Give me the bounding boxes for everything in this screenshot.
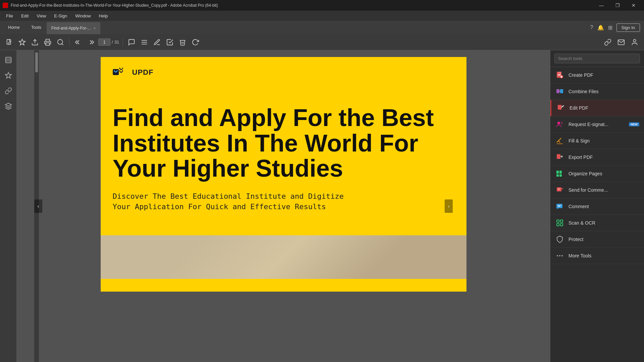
tab-home[interactable]: Home xyxy=(3,21,25,34)
tab-tools[interactable]: Tools xyxy=(26,21,47,34)
comment-label: Comment xyxy=(568,204,639,209)
sign-button[interactable] xyxy=(164,37,175,48)
maximize-button[interactable]: ❐ xyxy=(610,0,625,11)
tab-close-button[interactable]: × xyxy=(93,26,95,30)
delete-button[interactable] xyxy=(177,37,188,48)
comment-icon xyxy=(555,202,564,211)
page-number-input[interactable]: 1 xyxy=(98,39,110,46)
refresh-button[interactable] xyxy=(190,37,201,48)
scrollbar-thumb[interactable] xyxy=(35,52,38,72)
prev-page-button[interactable] xyxy=(73,37,84,48)
sign-in-button[interactable]: Sign In xyxy=(616,23,640,32)
protect-icon xyxy=(555,235,564,244)
create-pdf-label: Create PDF xyxy=(568,72,639,78)
menu-edit[interactable]: Edit xyxy=(18,12,32,20)
request-esign-icon xyxy=(555,120,564,129)
tool-protect[interactable]: Protect xyxy=(550,231,644,248)
svg-rect-25 xyxy=(556,89,559,93)
svg-rect-5 xyxy=(46,43,50,45)
tool-create-pdf[interactable]: Create PDF xyxy=(550,67,644,83)
notification-icon[interactable]: 🔔 xyxy=(597,24,604,31)
menu-help[interactable]: Help xyxy=(96,12,111,20)
svg-point-44 xyxy=(559,255,560,256)
pdf-main-content: Find and Apply For the Best Institutes I… xyxy=(101,85,466,235)
svg-rect-35 xyxy=(557,187,561,191)
svg-rect-12 xyxy=(5,57,11,63)
titlebar: Find-and-Apply-For-the-Best-Institutes-I… xyxy=(0,0,644,11)
svg-rect-36 xyxy=(556,204,562,208)
search-tools-input[interactable] xyxy=(554,54,640,63)
combine-files-icon xyxy=(555,87,564,96)
svg-rect-39 xyxy=(557,220,559,222)
svg-point-28 xyxy=(557,122,560,124)
comment-button[interactable] xyxy=(126,37,137,48)
more-tools-label: More Tools xyxy=(568,253,639,258)
new-doc-button[interactable] xyxy=(4,37,15,48)
fill-sign-label: Fill & Sign xyxy=(568,138,639,143)
menu-esign[interactable]: E-Sign xyxy=(51,12,70,20)
organize-pages-icon xyxy=(555,169,564,178)
scan-ocr-icon xyxy=(555,218,564,228)
scroll-left-button[interactable]: ‹ xyxy=(34,199,42,213)
tool-organize-pages[interactable]: Organize Pages xyxy=(550,166,644,182)
svg-rect-33 xyxy=(556,174,559,177)
upload-button[interactable] xyxy=(30,37,40,48)
account-button[interactable] xyxy=(629,37,640,48)
organize-pages-label: Organize Pages xyxy=(568,171,639,176)
highlight-button[interactable] xyxy=(139,37,150,48)
close-button[interactable]: ✕ xyxy=(626,0,641,11)
minimize-button[interactable]: — xyxy=(594,0,609,11)
svg-marker-16 xyxy=(5,103,11,106)
svg-rect-41 xyxy=(557,224,559,226)
toolbar: 1 / 31 xyxy=(0,34,644,50)
svg-rect-19 xyxy=(558,72,561,74)
sidebar-pages-icon[interactable] xyxy=(2,54,15,66)
tool-scan-ocr[interactable]: Scan & OCR xyxy=(550,215,644,231)
tool-send-comment[interactable]: Send for Comme... xyxy=(550,182,644,198)
menu-file[interactable]: File xyxy=(3,12,16,20)
separator-1 xyxy=(69,38,69,46)
tool-fill-sign[interactable]: Fill & Sign xyxy=(550,133,644,149)
print-button[interactable] xyxy=(42,37,53,48)
tool-comment[interactable]: Comment xyxy=(550,198,644,215)
search-button[interactable] xyxy=(55,37,66,48)
menu-window[interactable]: Window xyxy=(72,12,94,20)
export-pdf-label: Export PDF xyxy=(568,155,639,160)
edit-pdf-icon xyxy=(556,103,565,113)
svg-point-6 xyxy=(58,39,63,44)
updf-logo-mark xyxy=(113,66,130,78)
next-page-button[interactable] xyxy=(86,37,96,48)
fill-sign-icon xyxy=(555,136,564,145)
svg-rect-26 xyxy=(560,89,563,93)
sidebar-links-icon[interactable] xyxy=(2,84,15,97)
send-comment-icon xyxy=(555,185,564,195)
svg-rect-42 xyxy=(560,224,563,226)
protect-label: Protect xyxy=(568,237,639,242)
page-separator: / xyxy=(112,40,113,45)
sidebar-layers-icon[interactable] xyxy=(2,100,15,113)
redact-button[interactable] xyxy=(152,37,162,48)
scroll-right-button[interactable]: › xyxy=(445,199,453,213)
help-icon[interactable]: ? xyxy=(590,24,593,31)
sidebar-bookmarks-icon[interactable] xyxy=(2,69,15,82)
toolbar-right xyxy=(602,37,640,48)
more-tools-icon xyxy=(555,251,564,260)
email-button[interactable] xyxy=(616,37,627,48)
tool-combine-files[interactable]: Combine Files xyxy=(550,83,644,100)
svg-rect-34 xyxy=(559,174,562,177)
tool-more-tools[interactable]: More Tools xyxy=(550,248,644,264)
apps-icon[interactable]: ⊞ xyxy=(608,24,612,31)
svg-rect-30 xyxy=(557,154,560,159)
bookmark-button[interactable] xyxy=(17,37,28,48)
tab-document[interactable]: Find-and-Apply-For-... × xyxy=(47,22,100,34)
request-esign-label: Request E-signat... xyxy=(568,122,625,127)
link-button[interactable] xyxy=(602,37,613,48)
svg-rect-32 xyxy=(559,171,562,174)
tool-edit-pdf[interactable]: Edit PDF xyxy=(550,100,644,116)
tool-export-pdf[interactable]: Export PDF xyxy=(550,149,644,166)
pdf-heading: Find and Apply For the Best Institutes I… xyxy=(113,105,454,181)
tool-request-esign[interactable]: Request E-signat... NEW xyxy=(550,116,644,133)
create-pdf-icon xyxy=(555,70,564,80)
scan-ocr-label: Scan & OCR xyxy=(568,220,639,226)
menu-view[interactable]: View xyxy=(33,12,49,20)
